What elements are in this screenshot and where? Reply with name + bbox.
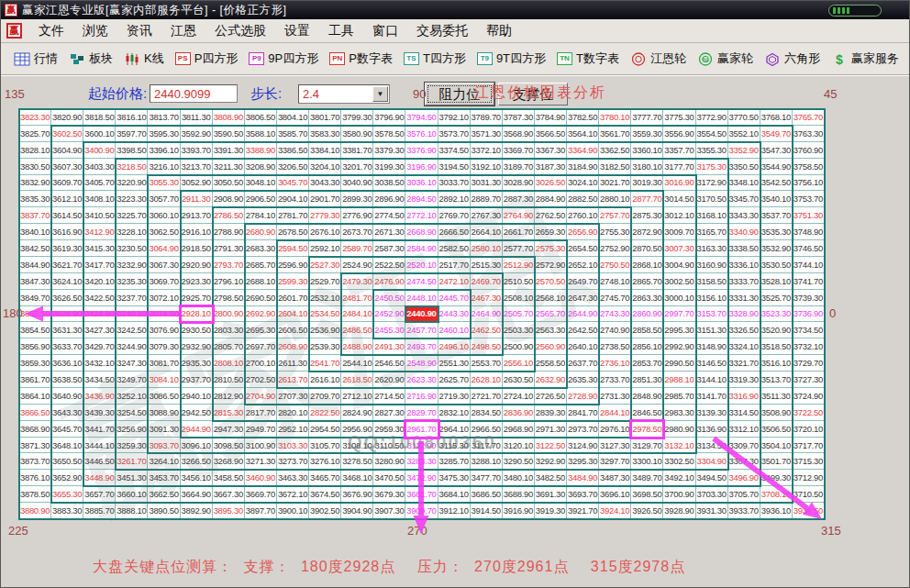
menu-item-8[interactable]: 交易委托 [407,20,477,40]
grid-cell: 2649.70 [567,273,599,290]
grid-cell: 3079.30 [148,338,180,355]
tool-1-blocks[interactable]: 板块 [63,49,118,69]
grid-cell: 3415.30 [83,240,116,257]
menu-item-6[interactable]: 工具 [319,20,363,40]
grid-cell: 3300.10 [631,453,663,470]
grid-cell: 2834.50 [471,405,503,421]
grid-cell: 2450.50 [373,290,405,306]
grid-cell: 2721.70 [471,388,503,405]
grid-cell: 2618.50 [341,372,373,388]
gann-square-grid: 3823.303820.903818.503816.103813.703811.… [19,109,825,519]
tool-4-P9[interactable]: P99P四方形 [243,49,324,69]
grid-cell: 3357.70 [663,142,695,159]
grid-cell: 3484.90 [567,470,599,486]
grid-cell: 3475.30 [438,470,471,486]
menu-item-3[interactable]: 江恩 [161,20,205,40]
grid-cell: 2822.50 [309,405,341,421]
grid-cell: 3813.70 [148,109,180,126]
grid-cell: 3033.70 [438,175,471,192]
grid-cell: 3825.70 [19,126,51,142]
chevron-down-icon[interactable]: ▼ [372,86,388,102]
grid-cell: 2853.70 [631,355,663,372]
angle-label-135: 135 [5,87,25,101]
tool-9-wheel[interactable]: 江恩轮 [625,49,692,69]
menu-item-4[interactable]: 公式选股 [205,20,275,40]
grid-cell: 3091.30 [148,421,180,438]
grid-cell: 2580.10 [471,240,503,257]
menu-item-1[interactable]: 浏览 [73,20,117,40]
tool-7-T9[interactable]: T99T四方形 [472,49,551,69]
grid-cell: 2923.30 [181,273,213,290]
grid-cell: 2532.10 [309,290,341,306]
grid-cell: 3196.90 [405,159,438,175]
grid-cell: 2719.30 [438,388,471,405]
grid-cell: 3374.50 [438,142,471,159]
grid-cell: 3844.90 [19,257,51,273]
grid-cell: 3708.10 [760,486,793,503]
grid-cell: 3465.70 [309,470,341,486]
grid-cell: 3883.30 [51,503,83,519]
grid-cell: 3566.50 [535,126,567,142]
grid-cell: 2870.50 [631,240,663,257]
start-price-input[interactable] [150,84,238,103]
tool-11-hexagon[interactable]: 六角形 [759,49,826,69]
tool-label: T数字表 [576,50,619,67]
grid-cell: 3494.50 [696,470,728,486]
grid-cell: 2877.70 [631,191,663,207]
grid-cell: 2800.90 [213,306,245,323]
grid-cell: 2642.50 [567,322,599,338]
grid-cell: 3285.70 [438,453,471,470]
grid-cell: 2491.30 [373,338,405,355]
grid-cell: 2517.70 [438,257,471,273]
grid-cell: 2640.10 [567,338,599,355]
tool-0-quote-grid[interactable]: 行情 [8,49,63,69]
grid-cell: 2704.90 [245,388,277,405]
grid-cell: 3511.30 [760,388,793,405]
menu-item-9[interactable]: 帮助 [477,20,521,40]
tool-6-TS[interactable]: TST四方形 [398,49,472,69]
tool-10-wheel-big[interactable]: Big赢家轮 [692,49,759,69]
grid-cell: 2601.70 [277,290,309,306]
grid-cell: 2508.10 [503,290,535,306]
menu-item-7[interactable]: 窗口 [363,20,407,40]
grid-cell: 3280.90 [373,453,405,470]
grid-cell: 3319.30 [728,372,760,388]
grid-cell: 2536.90 [309,322,341,338]
grid-cell: 2992.90 [663,338,695,355]
grid-cell: 3864.10 [19,388,51,405]
grid-cell: 3828.10 [19,142,51,159]
grid-cell: 3799.30 [341,109,373,126]
grid-cell: 2476.90 [373,273,405,290]
grid-cell: 2690.50 [245,290,277,306]
menu-item-2[interactable]: 资讯 [117,20,161,40]
grid-cell: 2959.30 [373,421,405,438]
menu-item-0[interactable]: 文件 [29,20,73,40]
tool-3-PS[interactable]: PSP四方形 [170,49,244,69]
grid-cell: 3876.10 [19,470,51,486]
tool-12-dollar[interactable]: $赢家服务 [826,49,904,69]
tool-2-candlestick[interactable]: K线 [118,49,170,69]
tool-5-PN[interactable]: PNP数字表 [324,49,398,69]
grid-cell: 2680.90 [245,224,277,240]
grid-cell: 3441.70 [83,421,116,438]
badge-icon: PN [329,52,345,65]
grid-cell: 2539.30 [309,338,341,355]
grid-cell: 2956.90 [341,421,373,438]
grid-cell: 2692.90 [245,306,277,323]
step-select[interactable]: 2.4 ▼ [298,84,390,104]
grid-cell: 3304.90 [696,453,728,470]
grid-cell: 2817.70 [245,405,277,421]
grid-cell: 2824.90 [341,405,373,421]
grid-cell: 3676.90 [341,486,373,503]
grid-cell: 3453.70 [148,470,180,486]
grid-cell: 2916.10 [181,224,213,240]
controls-row: 135 起始价格: 步长: 2.4 ▼ 阻力位 支撑位 90 江恩价格图表分析 … [1,76,909,109]
grid-cell: 2913.70 [181,207,213,224]
tool-8-TN[interactable]: TNT数字表 [551,49,625,69]
grid-cell: 2467.30 [471,290,503,306]
grid-cell: 2702.50 [245,372,277,388]
grid-cell: 3213.70 [181,159,213,175]
window-title: 赢家江恩专业版[赢家内部服务平台] - [价格正方形] [22,3,287,18]
grid-cell: 3583.30 [309,126,341,142]
menu-item-5[interactable]: 设置 [275,20,319,40]
